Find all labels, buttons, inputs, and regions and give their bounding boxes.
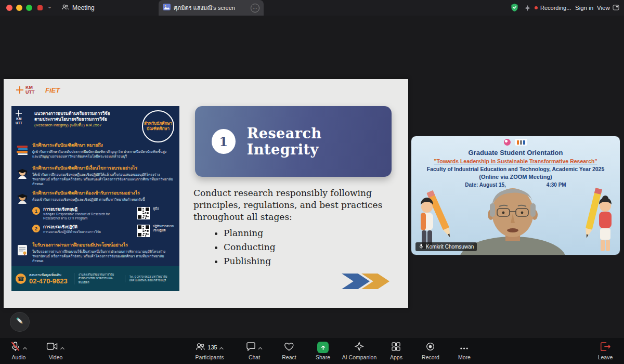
ai-companion-icon <box>355 342 364 353</box>
close-window-button[interactable] <box>6 5 12 11</box>
window-titlebar: ⌄ Meeting ศุภมิตร แสงมณี's screen ⋯ Reco… <box>0 0 624 16</box>
poster-section-conditions: นักศึกษาระดับบัณฑิตศึกษามีเงื่อนไขการอบร… <box>32 164 174 186</box>
chat-bubble-icon <box>246 342 256 353</box>
phone-icon: ☎ <box>16 274 26 284</box>
participants-count: 135 <box>207 344 217 350</box>
poster-kmutt-logo: KM UTT <box>16 110 22 125</box>
bullet-item: Conducting <box>224 241 395 253</box>
annotate-button[interactable] <box>10 312 30 332</box>
video-tile-komkrit[interactable]: Graduate Student Orientation "Towards Le… <box>411 136 620 255</box>
shared-screen-tab-label: ศุภมิตร แสงมณี's screen <box>174 3 248 12</box>
video-button[interactable]: Video <box>47 341 65 360</box>
qr-code-icon <box>137 225 150 237</box>
video-options-caret[interactable] <box>60 343 65 352</box>
tab-meeting[interactable]: Meeting <box>61 0 95 16</box>
poster-item-theory: 1 การอบรมเชิงทฤษฎี หลักสูตร Responsible … <box>32 207 176 220</box>
graduate-icon <box>16 166 29 180</box>
audio-button[interactable]: Audio <box>10 341 28 360</box>
anniversary-logo-icon <box>504 139 511 146</box>
more-button[interactable]: More <box>458 341 471 360</box>
record-icon <box>426 342 435 353</box>
poster-section-how: นักศึกษาระดับบัณฑิตศึกษาต้องเข้ารับการอบ… <box>32 189 174 202</box>
fullscreen-window-button[interactable] <box>26 5 32 11</box>
leave-meeting-icon <box>600 342 610 353</box>
poster-item-practice: 2 การอบรมเชิงปฏิบัติ การอบรมเชิงปฏิบัติด… <box>32 225 176 237</box>
leave-button[interactable]: Leave <box>598 341 613 360</box>
apps-grid-icon <box>392 342 401 353</box>
bullet-item: Planning <box>224 227 395 239</box>
react-button[interactable]: React <box>282 341 296 360</box>
certificate-icon <box>16 243 29 257</box>
bullet-item: Publishing <box>224 255 395 267</box>
meeting-toolbar: Audio Video 135 Participants Chat <box>0 338 624 364</box>
ai-companion-button[interactable]: AI Companion <box>342 341 377 360</box>
tab-shared-screen[interactable]: ศุภมิตร แสงมณี's screen ⋯ <box>159 0 264 16</box>
fiet-logo: FiET <box>45 86 60 94</box>
slide-body-text: Conduct research responsibly following p… <box>193 187 395 269</box>
recording-indicator-icon <box>37 5 43 10</box>
security-shield-icon <box>511 3 518 14</box>
tab-options-button[interactable]: ⋯ <box>251 4 259 12</box>
recording-status: Recording... <box>535 0 571 16</box>
chevron-down-icon[interactable]: ⌄ <box>47 2 53 10</box>
chat-button[interactable]: Chat <box>246 341 263 360</box>
view-button[interactable]: View <box>597 0 619 16</box>
mic-status-icon <box>419 243 424 250</box>
slide-topic-banner: 1 Research Integrity <box>195 106 392 177</box>
audio-options-caret[interactable] <box>23 343 28 352</box>
books-icon <box>16 142 29 156</box>
people-icon <box>61 4 69 12</box>
screen-share-icon <box>163 3 171 12</box>
tile-logos <box>411 139 620 146</box>
minimize-window-button[interactable] <box>16 5 22 11</box>
apps-button[interactable]: Apps <box>390 341 402 360</box>
meeting-tab-label: Meeting <box>72 4 95 11</box>
shared-screen-content: KMUTT FiET KM UTT แนวทางการอบรมด้านจริยธ… <box>4 79 408 308</box>
participants-button[interactable]: 135 Participants <box>195 341 224 360</box>
participants-options-caret[interactable] <box>219 343 224 352</box>
kmutt-logo: KMUTT <box>16 85 35 95</box>
participants-icon <box>195 342 205 353</box>
sparkle-icon[interactable] <box>524 4 531 14</box>
record-button[interactable]: Record <box>422 341 439 360</box>
sign-in-button[interactable]: Sign in <box>575 0 593 16</box>
fiet-logo-icon <box>515 139 527 146</box>
microphone-muted-icon <box>10 341 21 354</box>
camera-icon <box>47 342 58 353</box>
participant-name: Komkrit Chomsuwan <box>426 244 474 250</box>
share-screen-icon <box>317 342 329 353</box>
poster-audience-badge: สำหรับนักศึกษา บัณฑิตศึกษา <box>142 110 174 142</box>
slide-title: Research Integrity <box>247 125 392 158</box>
view-button-label: View <box>597 5 610 11</box>
view-layout-icon <box>613 5 619 11</box>
poster-title: แนวทางการอบรมด้านจริยธรรมการวิจัย ตามประ… <box>34 111 133 128</box>
participant-name-badge: Komkrit Chomsuwan <box>415 242 477 251</box>
poster-section-benefit: ใบรับรองการผ่านการฝึกอบรมมีประโยชน์อย่าง… <box>32 241 174 263</box>
poster-footer: ☎ สอบถามข้อมูลเพิ่มเติม 02-470-9623 งานส… <box>11 266 179 291</box>
slide-bullet-list: Planning Conducting Publishing <box>193 227 395 267</box>
share-button[interactable]: Share <box>316 341 330 360</box>
record-dot-icon <box>535 6 538 9</box>
meeting-stage: KMUTT FiET KM UTT แนวทางการอบรมด้านจริยธ… <box>0 16 624 338</box>
qr-code-icon <box>137 207 150 219</box>
chat-options-caret[interactable] <box>258 343 263 352</box>
recording-status-label: Recording... <box>540 5 571 11</box>
illustration-right <box>578 180 619 255</box>
pencil-icon <box>15 316 25 328</box>
step-number-badge: 1 <box>212 129 236 154</box>
poster-research-integrity: KM UTT แนวทางการอบรมด้านจริยธรรมการวิจัย… <box>11 106 179 291</box>
graduate-icon-2 <box>16 191 29 205</box>
heart-icon <box>284 342 294 353</box>
poster-section-definition: นักศึกษาระดับบัณฑิตศึกษา หมายถึง ผู้เข้า… <box>32 141 174 159</box>
more-ellipsis-icon <box>460 343 469 352</box>
next-arrows-icon <box>342 274 389 289</box>
